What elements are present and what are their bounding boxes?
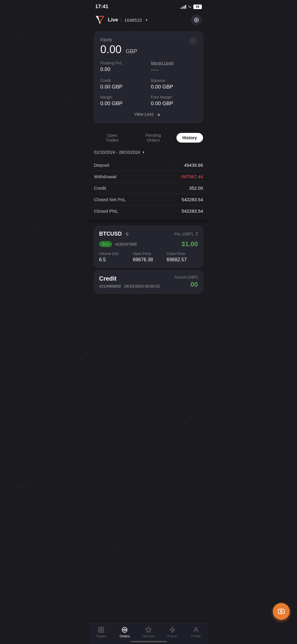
equity-currency: GBP — [126, 48, 137, 54]
swap-icon: ⇅ — [125, 232, 129, 237]
history-credit-value: 352.00 — [189, 185, 203, 191]
pnl-section: PnL (GBP) ⤴ — [174, 231, 198, 237]
free-margin-item: Free Margin 0.00 GBP — [151, 95, 197, 107]
volume-value: 6.5 — [99, 257, 131, 262]
floating-pnl-value: 0.00 — [100, 66, 146, 72]
svg-point-2 — [196, 19, 197, 21]
account-id: 1646515 — [124, 18, 142, 23]
closed-pnl-label: Closed PNL — [94, 208, 118, 214]
buy-badge: Buy — [99, 241, 112, 247]
free-margin-value: 0.00 GBP — [151, 101, 197, 107]
trade-card-header: BTCUSD ⇅ PnL (GBP) ⤴ — [99, 231, 198, 237]
margin-level-label[interactable]: Margin Level — [151, 61, 197, 65]
margin-value: 0.00 GBP — [100, 101, 146, 107]
credit-date: 29/10/2024 00:00:52 — [124, 284, 160, 288]
date-range-picker[interactable]: 01/10/2024 - 28/10/2024 ▾ — [89, 149, 208, 159]
equity-value: 0.00 GBP — [100, 43, 137, 56]
floating-pnl-item: Floating PnL 0.00 — [100, 61, 146, 73]
chevron-down-icon: ▾ — [146, 18, 147, 22]
amount-label: Amount (GBP) — [174, 275, 198, 279]
header-left: Live | 1646515 ▾ — [95, 15, 147, 25]
signal-bars-icon — [181, 5, 186, 9]
date-range-text: 01/10/2024 - 28/10/2024 — [94, 150, 140, 155]
trade-row-2: Buy #235167905 31.00 — [99, 240, 198, 248]
balance-item: Balance 0.00 GBP — [151, 78, 197, 90]
closed-net-pnl-value: 542283.54 — [182, 197, 203, 202]
margin-label: Margin — [100, 95, 146, 99]
margin-item: Margin 0.00 GBP — [100, 95, 146, 107]
live-text: Live — [108, 17, 118, 23]
credit-card: Credit #214488858 29/10/2024 00:00:52 Am… — [94, 270, 203, 294]
free-margin-label: Free Margin — [151, 95, 197, 99]
settings-button[interactable] — [191, 14, 202, 25]
order-id: #235167905 — [115, 242, 137, 246]
stats-grid: Floating PnL 0.00 Margin Level --- Credi… — [100, 61, 197, 107]
tabs-row: Open Trades Pending Orders History — [89, 126, 208, 149]
margin-level-item: Margin Level --- — [151, 61, 197, 73]
balance-value: 0.00 GBP — [151, 84, 197, 90]
equity-label: Equity — [100, 37, 137, 42]
divider: | — [121, 17, 122, 23]
closed-net-pnl-label: Closed Net PnL — [94, 197, 126, 202]
header: Live | 1646515 ▾ — [89, 12, 208, 29]
credit-card-header: Credit #214488858 29/10/2024 00:00:52 Am… — [99, 275, 198, 288]
withdrawal-value: -587567.44 — [180, 174, 203, 179]
credit-amount: 00 — [174, 281, 198, 288]
tab-open-trades[interactable]: Open Trades — [94, 130, 130, 145]
chevron-down-icon: ▾ — [143, 150, 144, 154]
history-row-credit: Credit 352.00 — [94, 182, 203, 194]
open-price-value: 69676.38 — [133, 257, 164, 262]
credit-title: Credit — [99, 275, 160, 282]
btcusd-trade-card: BTCUSD ⇅ PnL (GBP) ⤴ Buy #235167905 31.0… — [94, 226, 203, 268]
history-row-closed-net-pnl: Closed Net PnL 542283.54 — [94, 194, 203, 205]
deposit-label: Deposit — [94, 163, 109, 168]
wifi-icon: ∿ — [188, 4, 192, 9]
open-price-item: Open Price 69676.38 — [133, 252, 164, 262]
open-price-label: Open Price — [133, 252, 164, 256]
close-price-label: Close Price — [166, 252, 198, 256]
volume-item: Volume (lot) 6.5 — [99, 252, 131, 262]
credit-meta: #214488858 29/10/2024 00:00:52 — [99, 284, 160, 288]
pnl-value: 31.00 — [181, 240, 198, 248]
deposit-value: 49439.86 — [184, 163, 203, 168]
symbol-row: BTCUSD ⇅ — [99, 231, 129, 237]
balance-label: Balance — [151, 78, 197, 83]
status-time: 17:41 — [95, 4, 108, 10]
view-less-button[interactable]: View Less ▲ — [100, 108, 197, 118]
battery-icon: 69 — [193, 5, 202, 9]
camera-icon — [194, 17, 199, 23]
close-price-value: 69682.57 — [166, 257, 198, 262]
equity-card: Equity 0.00 GBP ⓘ Floating PnL 0.00 Marg… — [94, 31, 203, 123]
live-badge[interactable]: Live | 1646515 ▾ — [108, 17, 147, 23]
credit-label: Credit — [100, 78, 146, 83]
symbol-name: BTCUSD — [99, 231, 122, 237]
bottom-spacer — [89, 296, 208, 326]
svg-point-3 — [194, 18, 199, 22]
closed-pnl-value: 542283.54 — [182, 208, 203, 214]
svg-marker-1 — [96, 16, 100, 24]
status-bar: 17:41 ∿ 69 — [89, 0, 208, 12]
withdrawal-label: Withdrawal — [94, 174, 116, 179]
equity-header: Equity 0.00 GBP ⓘ — [100, 37, 197, 61]
logo-icon — [95, 15, 105, 25]
history-stats: Deposit 49439.86 Withdrawal -587567.44 C… — [89, 159, 208, 217]
floating-pnl-label: Floating PnL — [100, 61, 146, 65]
pnl-label: PnL (GBP) — [174, 232, 193, 236]
info-icon[interactable]: ⓘ — [189, 37, 197, 44]
tab-pending-orders[interactable]: Pending Orders — [133, 130, 174, 145]
close-price-item: Close Price 69682.57 — [166, 252, 198, 262]
history-row-withdrawal: Withdrawal -587567.44 — [94, 171, 203, 182]
share-icon[interactable]: ⤴ — [195, 231, 198, 237]
volume-label: Volume (lot) — [99, 252, 131, 256]
credit-item: Credit 0.00 GBP — [100, 78, 146, 90]
tab-history[interactable]: History — [176, 133, 203, 143]
margin-level-value: --- — [151, 66, 197, 73]
credit-id: #214488858 — [99, 284, 121, 288]
history-credit-label: Credit — [94, 185, 106, 191]
credit-value: 0.00 GBP — [100, 84, 146, 90]
chevron-up-icon: ▲ — [157, 112, 161, 117]
history-row-deposit: Deposit 49439.86 — [94, 159, 203, 171]
history-row-closed-pnl: Closed PNL 542283.54 — [94, 205, 203, 217]
status-icons: ∿ 69 — [181, 4, 202, 9]
section-divider — [89, 220, 208, 222]
